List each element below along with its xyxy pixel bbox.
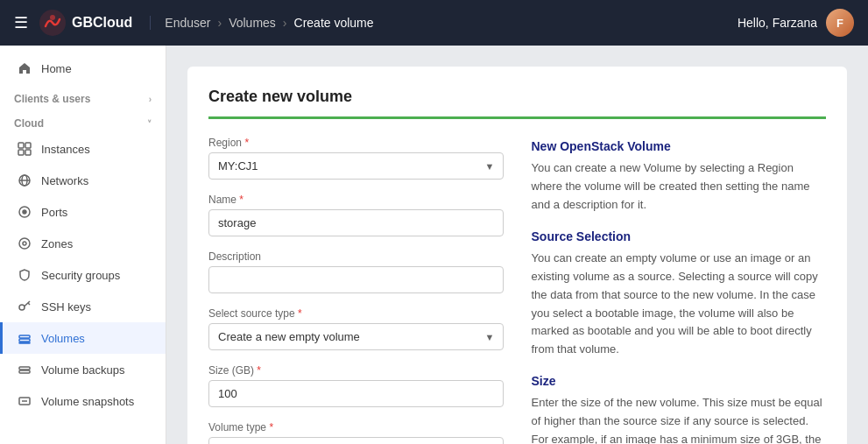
create-volume-card: Create new volume Region * MY:CJ1US:NY1E… (187, 67, 847, 444)
sidebar-item-ports[interactable]: Ports (0, 196, 166, 228)
hello-text: Hello, Farzana (737, 16, 817, 30)
form-fields: Region * MY:CJ1US:NY1EU:FR1 ▼ Name * (208, 137, 504, 444)
sidebar-item-instances[interactable]: Instances (0, 133, 166, 165)
svg-point-13 (19, 305, 25, 310)
logo-icon (39, 9, 67, 37)
svg-rect-19 (19, 367, 30, 370)
ports-icon (17, 204, 32, 220)
svg-rect-20 (19, 370, 30, 373)
sidebar-item-volumes[interactable]: Volumes (0, 322, 166, 354)
description-group: Description (208, 250, 504, 293)
info-size-title: Size (532, 371, 827, 391)
breadcrumb-volumes[interactable]: Volumes (229, 16, 276, 30)
card-title: Create new volume (208, 88, 826, 119)
info-title: New OpenStack Volume (532, 137, 827, 156)
region-group: Region * MY:CJ1US:NY1EU:FR1 ▼ (208, 137, 504, 180)
name-input[interactable] (208, 209, 504, 236)
section-clients-label: Clients & users (14, 93, 90, 105)
networks-label: Networks (41, 174, 88, 187)
size-label: Size (GB) * (208, 364, 504, 377)
sidebar-item-security-groups[interactable]: Security groups (0, 259, 166, 291)
name-group: Name * (208, 194, 504, 236)
info-size-text: Enter the size of the new volume. This s… (532, 394, 827, 444)
volume-snapshots-icon (17, 393, 32, 409)
info-source-text: You can create an empty volume or use an… (532, 250, 827, 359)
source-type-label: Select source type * (208, 307, 504, 320)
svg-line-15 (28, 303, 30, 305)
region-required: * (244, 137, 249, 149)
sidebar: Home Clients & users › Cloud ˅ Instances (0, 46, 166, 444)
avatar[interactable]: F (826, 9, 854, 37)
source-type-select[interactable]: Create a new empty volumeFrom imageFrom … (208, 323, 504, 350)
volume-type-select[interactable]: CEPH VolumeSSD VolumeHDD Volume (208, 437, 504, 444)
info-title-text: You can create a new Volume by selecting… (532, 159, 827, 214)
sidebar-item-home[interactable]: Home (0, 53, 166, 84)
layout: Home Clients & users › Cloud ˅ Instances (0, 46, 868, 444)
sidebar-item-zones[interactable]: Zones (0, 228, 166, 259)
svg-point-10 (23, 210, 26, 214)
topnav: ☰ GBCloud Enduser › Volumes › Create vol… (0, 0, 868, 46)
svg-rect-3 (25, 143, 31, 148)
home-label: Home (41, 62, 72, 75)
svg-rect-17 (19, 339, 30, 342)
sidebar-item-ssh-keys[interactable]: SSH keys (0, 291, 166, 322)
ssh-keys-icon (17, 299, 32, 314)
volume-type-group: Volume type * CEPH VolumeSSD VolumeHDD V… (208, 421, 504, 444)
security-groups-label: Security groups (41, 269, 120, 282)
sidebar-section-cloud[interactable]: Cloud ˅ (0, 109, 166, 133)
svg-rect-5 (25, 150, 31, 155)
menu-toggle[interactable]: ☰ (14, 13, 28, 32)
volume-backups-icon (17, 362, 32, 377)
sidebar-item-volume-backups[interactable]: Volume backups (0, 354, 166, 385)
size-group: Size (GB) * (208, 364, 504, 407)
instances-label: Instances (41, 143, 90, 156)
home-icon (17, 60, 32, 76)
zones-icon (17, 236, 32, 251)
breadcrumb-current: Create volume (294, 16, 374, 30)
ports-label: Ports (41, 206, 67, 219)
volume-type-label: Volume type * (208, 421, 504, 433)
name-label: Name * (208, 194, 504, 206)
breadcrumb-enduser[interactable]: Enduser (165, 16, 210, 30)
zones-label: Zones (41, 237, 73, 250)
sidebar-item-volume-snapshots[interactable]: Volume snapshots (0, 385, 166, 417)
main-content: Create new volume Region * MY:CJ1US:NY1E… (166, 46, 868, 444)
sidebar-item-networks[interactable]: Networks (0, 165, 166, 196)
svg-rect-18 (19, 342, 30, 343)
networks-icon (17, 173, 32, 188)
topnav-left: ☰ GBCloud Enduser › Volumes › Create vol… (14, 9, 374, 37)
volume-snapshots-label: Volume snapshots (41, 395, 134, 408)
logo[interactable]: GBCloud (39, 9, 132, 37)
region-select-wrapper: MY:CJ1US:NY1EU:FR1 ▼ (208, 152, 504, 180)
region-label: Region * (208, 137, 504, 149)
sidebar-section-clients[interactable]: Clients & users › (0, 84, 166, 109)
breadcrumb: Enduser › Volumes › Create volume (150, 16, 373, 30)
size-input[interactable] (208, 380, 504, 407)
volume-type-select-wrapper: CEPH VolumeSSD VolumeHDD Volume ▼ (208, 437, 504, 444)
volumes-label: Volumes (41, 332, 85, 345)
section-cloud-label: Cloud (14, 117, 44, 130)
source-type-select-wrapper: Create a new empty volumeFrom imageFrom … (208, 323, 504, 350)
source-type-group: Select source type * Create a new empty … (208, 307, 504, 350)
source-type-required: * (298, 307, 302, 320)
svg-rect-4 (18, 150, 24, 155)
instances-icon (17, 141, 32, 157)
description-input[interactable] (208, 266, 504, 293)
size-required: * (257, 364, 261, 377)
sep1: › (217, 16, 222, 30)
volume-backups-label: Volume backups (41, 363, 124, 377)
name-required: * (239, 194, 243, 206)
info-source-title: Source Selection (532, 227, 827, 246)
form-layout: Region * MY:CJ1US:NY1EU:FR1 ▼ Name * (208, 137, 826, 444)
info-panel: New OpenStack Volume You can create a ne… (532, 137, 827, 444)
ssh-keys-label: SSH keys (41, 300, 91, 314)
logo-text: GBCloud (72, 15, 132, 31)
svg-point-1 (50, 15, 55, 20)
cloud-chevron: ˅ (147, 119, 152, 129)
svg-rect-2 (18, 143, 24, 148)
sep2: › (283, 16, 287, 30)
region-select[interactable]: MY:CJ1US:NY1EU:FR1 (208, 152, 504, 180)
volume-type-required: * (269, 421, 273, 433)
volumes-icon (17, 330, 32, 346)
description-label: Description (208, 250, 504, 263)
